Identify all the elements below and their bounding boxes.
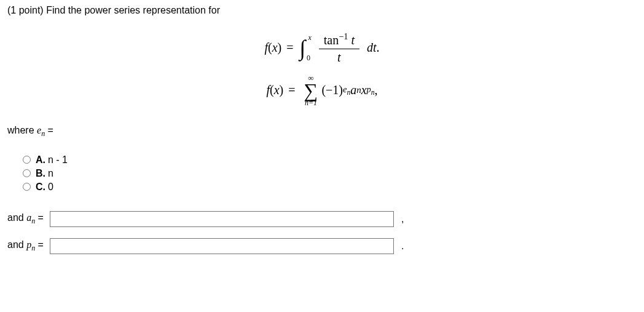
choice-a-row: A. n - 1 [23,154,637,166]
t-top: t [351,33,355,47]
x-var2: x [274,83,280,97]
and-2: and [7,239,24,250]
pn-period: . [401,241,404,252]
equals-2: = [288,83,295,97]
where-e-n: where en = [7,125,637,138]
where-n: n [41,130,45,138]
choice-a-label: A. [36,154,45,166]
pn-row: and pn = . [7,238,637,254]
choice-a-radio[interactable] [23,156,31,164]
equals-1: = [286,41,293,55]
x-var: x [272,41,278,55]
equation-integral: f (x) = ∫ x 0 tan−1 t t dt. [7,31,637,65]
integral-symbol: ∫ [300,35,306,61]
where-text: where [7,125,34,135]
neg1: (−1) [321,83,343,97]
tan-exp: −1 [339,31,348,41]
sum-lower: n=1 [305,99,317,106]
fraction: tan−1 t t [319,31,359,65]
x-term: x [361,83,367,97]
where-eq: = [48,125,53,135]
a-sub: n [31,217,35,225]
integral-lower: 0 [305,54,311,62]
eq-pn: = [38,239,44,250]
choice-c-radio[interactable] [23,183,31,191]
equation-block: f (x) = ∫ x 0 tan−1 t t dt. f (x) = ∞ ∑ … [7,31,637,106]
dt: dt [367,41,377,55]
choice-a-text: n - 1 [48,154,68,166]
series-comma: , [375,83,378,97]
a-sub-n: n [356,85,361,95]
prompt-text: Find the power series representation for [46,5,220,15]
eq-an: = [38,212,44,223]
question-header: (1 point) Find the power series represen… [7,5,637,16]
t-bot: t [337,50,341,64]
pn-input[interactable] [50,238,394,254]
choice-c-text: 0 [48,182,53,193]
period1: . [377,41,380,55]
choice-c-label: C. [36,182,45,193]
choices: A. n - 1 B. n C. 0 [23,154,637,193]
integral-upper: x [308,33,311,42]
an-row: and an = , [7,211,637,227]
a-coef: a [350,83,356,97]
an-comma: , [401,214,404,225]
and-1: and [7,212,24,223]
summation: ∞ ∑ n=1 [304,74,318,107]
sum-symbol: ∑ [304,82,318,100]
choice-b-radio[interactable] [23,169,31,177]
choice-b-label: B. [36,168,45,179]
tan-label: tan [324,33,339,47]
exp-p: p [367,84,371,94]
p-sub: n [31,244,35,252]
choice-b-text: n [48,168,53,179]
equation-series: f (x) = ∞ ∑ n=1 (−1)enanxpn, [7,74,637,107]
choice-c-row: C. 0 [23,182,637,193]
points-label: (1 point) [7,5,44,15]
choice-b-row: B. n [23,168,637,179]
p-label: p [26,239,31,250]
an-input[interactable] [50,211,394,227]
a-label: a [26,212,31,223]
